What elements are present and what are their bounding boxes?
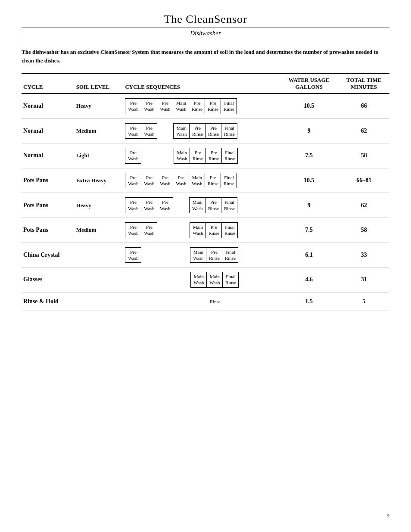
soil-level: Medium	[75, 218, 124, 243]
cycle-name: China Crystal	[22, 243, 75, 268]
seq-box-prewash: PreWash	[157, 197, 173, 213]
water-usage-value: 4.6	[280, 268, 338, 292]
seq-box-prewash: PreWash	[157, 173, 173, 189]
sequences-cell: Rinse	[123, 292, 279, 311]
table-row: NormalMediumPreWashPreWashMainWashPreRin…	[22, 118, 389, 143]
soil-level: Light	[75, 143, 124, 168]
cycle-name: Rinse & Hold	[22, 292, 75, 311]
seq-box-prerinse: PreRinse	[206, 148, 222, 164]
seq-box-mainwash: MainWash	[174, 148, 190, 164]
seq-box-prewash: PreWash	[157, 98, 173, 114]
seq-box-prerinse: PreRinse	[206, 247, 222, 263]
seq-box-prewash: PreWash	[141, 123, 157, 139]
table-row: Pots PansHeavyPreWashPreWashPreWashMainW…	[22, 193, 389, 218]
total-time-value: 62	[338, 118, 389, 143]
seq-box-finalrinse: FinalRinse	[221, 123, 237, 139]
seq-box-finalrinse: FinalRinse	[221, 173, 237, 189]
cycle-name: Normal	[22, 143, 75, 168]
seq-box-mainwash: MainWash	[190, 222, 206, 238]
seq-box-prewash: PreWash	[125, 123, 141, 139]
sequences-cell: MainWashMainWashFinalRinse	[123, 268, 279, 292]
sequences-cell: PreWashPreWashPreWashMainWashPreRinsePre…	[123, 93, 279, 118]
cycle-name: Pots Pans	[22, 193, 75, 218]
water-usage-value: 10.5	[280, 168, 338, 193]
col-cycle: CYCLE	[22, 74, 75, 93]
total-time-value: 33	[338, 243, 389, 268]
table-row: Rinse & HoldRinse1.55	[22, 292, 389, 311]
water-usage-value: 6.1	[280, 243, 338, 268]
seq-box-finalrinse: FinalRinse	[221, 222, 238, 238]
seq-box-mainwash: MainWash	[190, 247, 206, 263]
seq-box-prewash: PreWash	[141, 98, 157, 114]
total-time-value: 66–81	[338, 168, 389, 193]
page-number: 9	[387, 512, 390, 519]
soil-level	[75, 243, 124, 268]
cycle-table: CYCLE SOIL LEVEL CYCLE SEQUENCES WATER U…	[22, 73, 389, 311]
seq-box-prewash: PreWash	[141, 222, 157, 238]
cycle-name: Pots Pans	[22, 218, 75, 243]
cycle-name: Normal	[22, 93, 75, 118]
table-row: NormalLightPreWashMainWashPreRinsePreRin…	[22, 143, 389, 168]
water-usage-value: 7.5	[280, 143, 338, 168]
water-usage-value: 7.5	[280, 218, 338, 243]
seq-box-prerinse: PreRinse	[205, 123, 221, 139]
total-time-value: 66	[338, 93, 389, 118]
seq-box-prewash: PreWash	[125, 197, 141, 213]
seq-box-prewash: PreWash	[173, 173, 189, 189]
seq-box-prerinse: PreRinse	[189, 98, 205, 114]
sequences-cell: PreWashPreWashPreWashPreWashMainWashPreR…	[123, 168, 279, 193]
seq-box-finalrinse: FinalRinse	[221, 148, 238, 164]
seq-box-finalrinse: FinalRinse	[221, 98, 237, 114]
seq-box-finalrinse: FinalRinse	[222, 247, 238, 263]
seq-box-prewash: PreWash	[125, 148, 141, 164]
seq-box-prewash: PreWash	[141, 197, 157, 213]
seq-box-prerinse: PreRinse	[190, 148, 206, 164]
seq-box-mainwash: MainWash	[206, 272, 223, 288]
col-time: TOTAL TIMEMINUTES	[338, 74, 389, 93]
water-usage-value: 10.5	[280, 93, 338, 118]
seq-box-finalrinse: FinalRinse	[221, 197, 237, 213]
total-time-value: 31	[338, 268, 389, 292]
seq-box-prerinse: PreRinse	[189, 123, 206, 139]
col-sequences: CYCLE SEQUENCES	[123, 74, 279, 93]
total-time-value: 62	[338, 193, 389, 218]
sequences-cell: PreWashPreWashMainWashPreRinseFinalRinse	[123, 218, 279, 243]
seq-box-mainwash: MainWash	[189, 173, 205, 189]
header-title: The CleanSensor	[22, 13, 389, 26]
water-usage-value: 1.5	[280, 292, 338, 311]
sequences-cell: PreWashPreWashPreWashMainWashPreRinseFin…	[123, 193, 279, 218]
table-row: NormalHeavyPreWashPreWashPreWashMainWash…	[22, 93, 389, 118]
seq-box-prewash: PreWash	[125, 247, 141, 263]
seq-box-finalrinse: FinalRinse	[222, 272, 239, 288]
header-divider-1	[22, 28, 389, 28]
cycle-name: Glasses	[22, 268, 75, 292]
col-water: WATER USAGEGALLONS	[280, 74, 338, 93]
seq-box-prewash: PreWash	[125, 173, 141, 189]
seq-box-prewash: PreWash	[125, 222, 141, 238]
water-usage-value: 9	[280, 118, 338, 143]
intro-text: The dishwasher has an exclusive CleanSen…	[22, 48, 389, 65]
seq-box-mainwash: MainWash	[173, 123, 190, 139]
header-subtitle: Dishwasher	[22, 30, 389, 37]
seq-box-prerinse: PreRinse	[205, 197, 221, 213]
soil-level: Medium	[75, 118, 124, 143]
total-time-value: 58	[338, 143, 389, 168]
seq-box-mainwash: MainWash	[173, 98, 189, 114]
sequences-cell: PreWashPreWashMainWashPreRinsePreRinseFi…	[123, 118, 279, 143]
sequences-cell: PreWashMainWashPreRinseFinalRinse	[123, 243, 279, 268]
table-row: China CrystalPreWashMainWashPreRinseFina…	[22, 243, 389, 268]
soil-level: Heavy	[75, 193, 124, 218]
water-usage-value: 9	[280, 193, 338, 218]
table-row: Pots PansExtra HeavyPreWashPreWashPreWas…	[22, 168, 389, 193]
seq-box-mainwash: MainWash	[189, 197, 206, 213]
soil-level	[75, 292, 124, 311]
table-row: Pots PansMediumPreWashPreWashMainWashPre…	[22, 218, 389, 243]
header-divider-2	[22, 39, 389, 39]
seq-box-prerinse: PreRinse	[205, 98, 221, 114]
total-time-value: 5	[338, 292, 389, 311]
soil-level: Heavy	[75, 93, 124, 118]
col-soil: SOIL LEVEL	[75, 74, 124, 93]
seq-box-prerinse: PreRinse	[206, 222, 222, 238]
seq-box-prerinse: PreRinse	[205, 173, 221, 189]
table-row: GlassesMainWashMainWashFinalRinse4.631	[22, 268, 389, 292]
